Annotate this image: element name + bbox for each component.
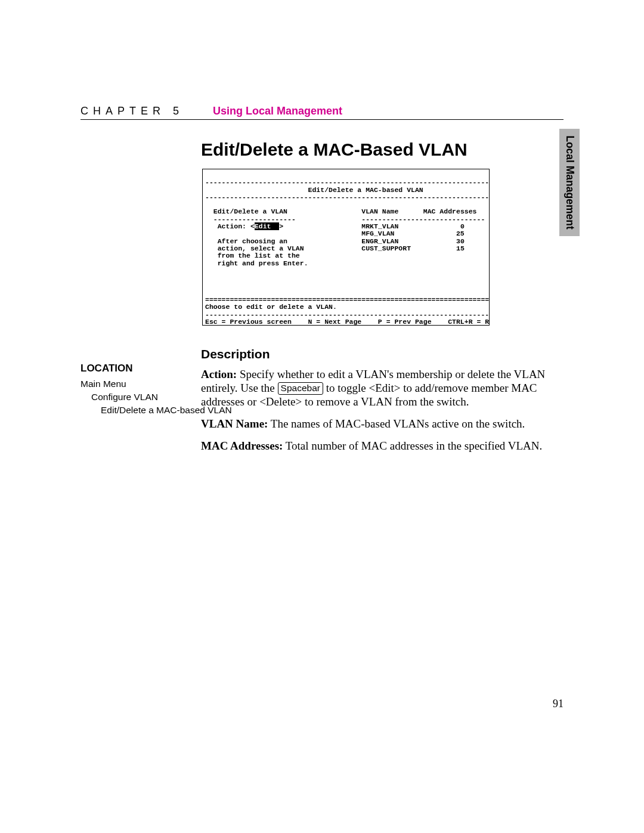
term-instr: from the list at the xyxy=(205,252,300,259)
page-number: 91 xyxy=(553,698,564,710)
term-line: ----------------------------------------… xyxy=(205,178,490,186)
term-action-value: Edit xyxy=(255,222,279,230)
term-line: ========================================… xyxy=(205,296,490,304)
term-left-header: Edit/Delete a VLAN xyxy=(205,208,287,215)
term-row: ENGR_VLAN 30 xyxy=(287,237,465,245)
term-instr: After choosing an xyxy=(205,237,287,245)
term-instr: right and press Enter. xyxy=(205,259,308,267)
term-row: MFG_VLAN 25 xyxy=(205,230,465,237)
term-left-dash: -------------------- xyxy=(205,215,296,223)
term-row: MRKT_VLAN 0 xyxy=(283,222,465,230)
term-footer: Esc = Previous screen N = Next Page P = … xyxy=(205,318,490,326)
term-line: ----------------------------------------… xyxy=(205,311,490,318)
chapter-label: CHAPTER 5 xyxy=(80,105,184,117)
desc-vlanname-para: VLAN Name: The names of MAC-based VLANs … xyxy=(201,417,560,431)
side-tab-label: Local Management xyxy=(564,135,576,230)
spacebar-keycap: Spacebar xyxy=(278,382,323,395)
desc-vlanname-label: VLAN Name: xyxy=(201,417,268,430)
term-line: ----------------------------------------… xyxy=(205,193,490,201)
desc-mac-label: MAC Addresses: xyxy=(201,439,283,452)
description-body: Action: Specify whether to edit a VLAN's… xyxy=(201,367,560,461)
term-line: ========================================… xyxy=(205,325,490,326)
term-action-prefix: Action: < xyxy=(205,222,255,230)
desc-mac-text: Total number of MAC addresses in the spe… xyxy=(283,439,542,452)
term-cols-dash: ------------------------------ xyxy=(296,215,485,223)
page-title: Edit/Delete a MAC-Based VLAN xyxy=(201,140,467,160)
term-prompt: Choose to edit or delete a VLAN. xyxy=(205,303,337,311)
page: CHAPTER 5 Using Local Management Local M… xyxy=(0,0,644,833)
term-row: CUST_SUPPORT 15 xyxy=(304,244,465,252)
term-instr: action, select a VLAN xyxy=(205,244,304,252)
desc-vlanname-text: The names of MAC-based VLANs active on t… xyxy=(268,417,525,430)
side-tab: Local Management xyxy=(559,129,580,236)
term-cols-head: VLAN Name MAC Addresses xyxy=(287,208,476,215)
page-header: CHAPTER 5 Using Local Management xyxy=(80,105,564,120)
desc-action-label: Action: xyxy=(201,368,237,380)
chapter-title: Using Local Management xyxy=(213,105,342,117)
desc-mac-para: MAC Addresses: Total number of MAC addre… xyxy=(201,439,560,453)
description-heading: Description xyxy=(201,347,270,361)
term-title: Edit/Delete a MAC-based VLAN xyxy=(205,186,423,194)
desc-action-para: Action: Specify whether to edit a VLAN's… xyxy=(201,367,560,408)
terminal-screenshot: ----------------------------------------… xyxy=(202,169,490,326)
location-heading: LOCATION xyxy=(80,363,133,374)
